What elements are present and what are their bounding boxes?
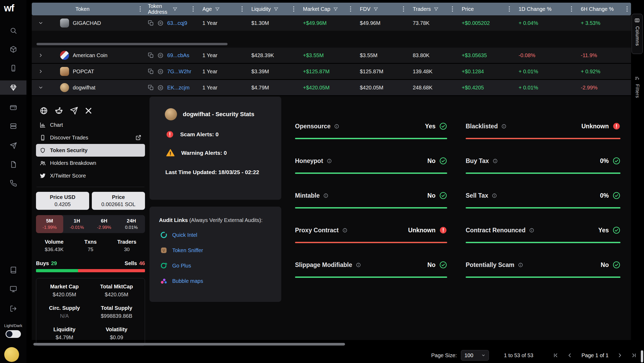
- column-menu-icon[interactable]: [293, 6, 294, 12]
- period-6h[interactable]: 6H -2.99%: [90, 215, 118, 233]
- sidebar-token-screener-icon[interactable]: [0, 80, 26, 95]
- explorer-icon[interactable]: [157, 85, 164, 91]
- column-menu-icon[interactable]: [509, 6, 510, 12]
- column-header-fdv[interactable]: FDV: [355, 3, 407, 15]
- last-page-button[interactable]: [631, 352, 637, 359]
- info-icon[interactable]: [327, 158, 332, 164]
- menu-item-x-twitter-score[interactable]: X/Twitter Score: [36, 169, 145, 182]
- sidebar-logout-icon[interactable]: [0, 301, 26, 316]
- audit-link-label[interactable]: Token Sniffer: [172, 247, 203, 253]
- sidebar-telegram-icon[interactable]: [0, 138, 26, 153]
- sidebar-positions-icon[interactable]: [0, 119, 26, 133]
- audit-link-label[interactable]: Quick Intel: [172, 232, 197, 238]
- period-1h[interactable]: 1H -0.01%: [63, 215, 90, 233]
- previous-page-button[interactable]: [567, 352, 573, 359]
- first-page-button[interactable]: [552, 352, 559, 359]
- info-icon[interactable]: [356, 262, 361, 267]
- explorer-icon[interactable]: [157, 69, 164, 75]
- copy-icon[interactable]: [148, 20, 154, 26]
- sidebar-search-icon[interactable]: [0, 23, 26, 38]
- column-header-price[interactable]: Price: [456, 3, 513, 15]
- theme-toggle[interactable]: [6, 330, 21, 338]
- token-address-link[interactable]: 63...cqj9: [167, 20, 187, 26]
- info-icon[interactable]: [334, 124, 339, 129]
- menu-item-discover-trades[interactable]: Discover Trades: [36, 131, 145, 144]
- info-icon[interactable]: [501, 124, 506, 129]
- table-row[interactable]: GIGACHAD 63...cqj9 1 Year $1.30M +$49.96…: [32, 15, 631, 31]
- copy-icon[interactable]: [148, 69, 154, 74]
- column-menu-icon[interactable]: [139, 6, 141, 12]
- column-header-age[interactable]: Age: [197, 3, 246, 15]
- copy-icon[interactable]: [148, 85, 154, 90]
- explorer-icon[interactable]: [157, 20, 164, 26]
- menu-item-chart[interactable]: Chart: [36, 119, 145, 131]
- chevron-down-icon[interactable]: [38, 20, 43, 26]
- column-menu-icon[interactable]: [241, 6, 243, 12]
- audit-link-label[interactable]: Go Plus: [172, 263, 191, 269]
- column-header-token[interactable]: Token: [49, 3, 144, 15]
- audit-link-quick-intel[interactable]: Quick Intel: [160, 231, 281, 239]
- sidebar-mobile-icon[interactable]: [0, 61, 26, 75]
- chevron-right-icon[interactable]: [38, 69, 43, 74]
- table-row[interactable]: POPCAT 7G...W2hr 1 Year $3.39M +$125.87M…: [32, 64, 631, 79]
- telegram-icon[interactable]: [70, 107, 78, 115]
- column-menu-icon[interactable]: [350, 6, 351, 12]
- filter-funnel-icon[interactable]: [215, 7, 220, 11]
- filter-funnel-icon[interactable]: [333, 7, 338, 11]
- menu-item-holders-breakdown[interactable]: Holders Breakdown: [36, 157, 145, 169]
- sidebar-docs-icon[interactable]: [0, 263, 26, 277]
- info-icon[interactable]: [323, 193, 328, 198]
- next-page-button[interactable]: [616, 352, 623, 359]
- nested-horizontal-scrollbar[interactable]: [37, 43, 228, 45]
- token-address-link[interactable]: EK...zcjm: [167, 85, 189, 91]
- info-icon[interactable]: [492, 193, 497, 198]
- column-header-6h-change[interactable]: 6H Change %: [575, 3, 631, 15]
- copy-icon[interactable]: [148, 52, 154, 58]
- column-header-liquidity[interactable]: Liquidity: [246, 3, 298, 15]
- column-menu-icon[interactable]: [626, 6, 628, 12]
- table-row[interactable]: American Coin 69...cbAs 1 Year $428.39K …: [32, 48, 631, 63]
- column-header-market-cap[interactable]: Market Cap: [298, 3, 355, 15]
- column-menu-icon[interactable]: [452, 6, 453, 12]
- audit-link-go-plus[interactable]: Go Plus: [160, 262, 281, 269]
- filters-button[interactable]: Filters: [632, 76, 643, 98]
- filter-funnel-icon[interactable]: [374, 7, 378, 11]
- info-icon[interactable]: [518, 262, 523, 267]
- external-link-icon[interactable]: [135, 135, 141, 140]
- x-twitter-icon[interactable]: [85, 107, 92, 114]
- column-header-traders[interactable]: Traders: [407, 3, 456, 15]
- website-globe-icon[interactable]: [40, 107, 48, 115]
- menu-item-token-security[interactable]: Token Security: [36, 144, 145, 157]
- sidebar-phone-icon[interactable]: [0, 176, 26, 190]
- period-5m[interactable]: 5M -1.99%: [36, 215, 63, 233]
- reddit-icon[interactable]: [55, 107, 63, 115]
- sidebar-desktop-icon[interactable]: [0, 282, 26, 296]
- column-menu-icon[interactable]: [192, 6, 194, 12]
- token-address-link[interactable]: 69...cbAs: [167, 52, 189, 58]
- column-header-token-address[interactable]: Token Address: [144, 3, 197, 15]
- column-menu-icon[interactable]: [571, 6, 572, 12]
- audit-link-token-sniffer[interactable]: Token Sniffer: [160, 247, 281, 254]
- filter-funnel-icon[interactable]: [434, 7, 438, 11]
- columns-button[interactable]: Columns: [632, 14, 643, 54]
- sidebar-wallet-icon[interactable]: [0, 100, 26, 114]
- filter-funnel-icon[interactable]: [274, 7, 278, 11]
- audit-link-label[interactable]: Bubble maps: [172, 278, 203, 284]
- info-icon[interactable]: [342, 228, 347, 233]
- chevron-down-icon[interactable]: [38, 85, 43, 90]
- period-24h[interactable]: 24H 0.01%: [118, 215, 145, 233]
- column-menu-icon[interactable]: [403, 6, 404, 12]
- info-icon[interactable]: [529, 228, 534, 233]
- explorer-icon[interactable]: [157, 52, 164, 58]
- user-avatar[interactable]: [4, 347, 19, 362]
- filter-funnel-icon[interactable]: [173, 7, 177, 11]
- column-header-1d-change[interactable]: 1D Change %: [513, 3, 575, 15]
- info-icon[interactable]: [493, 158, 498, 164]
- sidebar-document-icon[interactable]: [0, 157, 26, 171]
- horizontal-scrollbar[interactable]: [33, 343, 345, 346]
- chevron-right-icon[interactable]: [38, 53, 43, 58]
- sidebar-cube-icon[interactable]: [0, 42, 26, 56]
- audit-link-bubble-maps[interactable]: Bubble maps: [160, 277, 281, 285]
- page-size-select[interactable]: 100: [461, 350, 489, 361]
- token-address-link[interactable]: 7G...W2hr: [167, 69, 191, 75]
